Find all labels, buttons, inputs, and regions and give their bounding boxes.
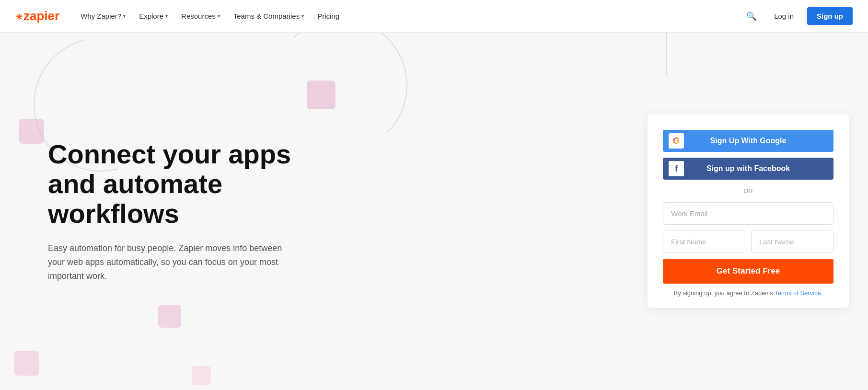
chevron-down-icon: ▾ — [165, 13, 168, 19]
or-line-right — [759, 191, 833, 191]
nav-item-explore[interactable]: Explore ▾ — [133, 8, 174, 24]
logo-asterisk: ✳ — [15, 12, 23, 22]
email-field[interactable] — [663, 202, 833, 225]
chevron-down-icon: ▾ — [301, 13, 304, 19]
navbar: ✳zapier Why Zapier? ▾ Explore ▾ Resource… — [0, 0, 868, 33]
nav-item-why-zapier[interactable]: Why Zapier? ▾ — [75, 8, 131, 24]
search-icon: 🔍 — [746, 11, 757, 21]
get-started-button[interactable]: Get Started Free — [663, 259, 833, 284]
chevron-down-icon: ▾ — [218, 13, 220, 19]
facebook-signup-button[interactable]: f Sign up with Facebook — [663, 158, 833, 180]
facebook-signup-label: Sign up with Facebook — [671, 164, 826, 173]
terms-link[interactable]: Terms of Service. — [775, 289, 822, 297]
or-line-left — [663, 191, 738, 191]
last-name-field[interactable] — [751, 230, 833, 253]
nav-signup-button[interactable]: Sign up — [807, 7, 853, 25]
nav-item-pricing[interactable]: Pricing — [312, 8, 345, 24]
login-label: Log in — [774, 12, 794, 20]
first-name-field[interactable] — [663, 230, 745, 253]
terms-link-label: Terms of Service. — [775, 289, 822, 297]
nav-label-resources: Resources — [181, 12, 216, 20]
facebook-icon: f — [675, 164, 678, 174]
google-icon: G — [673, 136, 680, 146]
nav-item-resources[interactable]: Resources ▾ — [175, 8, 226, 24]
main-content: Connect your apps and automate workflows… — [0, 33, 868, 390]
navbar-nav: Why Zapier? ▾ Explore ▾ Resources ▾ Team… — [75, 8, 742, 24]
hero-subtitle: Easy automation for busy people. Zapier … — [48, 241, 288, 283]
hero-title: Connect your apps and automate workflows — [48, 139, 326, 228]
nav-label-why-zapier: Why Zapier? — [81, 12, 121, 20]
terms-prefix: By signing up, you agree to Zapier's — [674, 289, 773, 297]
get-started-label: Get Started Free — [717, 266, 780, 275]
nav-item-teams[interactable]: Teams & Companies ▾ — [228, 8, 310, 24]
google-signup-button[interactable]: G Sign Up With Google — [663, 130, 833, 152]
logo[interactable]: ✳zapier — [15, 9, 59, 23]
hero-left: Connect your apps and automate workflows… — [0, 33, 638, 390]
or-divider: OR — [663, 187, 833, 195]
nav-label-teams: Teams & Companies — [233, 12, 300, 20]
or-text: OR — [743, 187, 753, 195]
facebook-icon-wrapper: f — [669, 161, 684, 176]
chevron-down-icon: ▾ — [123, 13, 126, 19]
hero-right: G Sign Up With Google f Sign up with Fac… — [638, 33, 868, 390]
name-row — [663, 230, 833, 253]
google-signup-label: Sign Up With Google — [671, 137, 826, 145]
terms-text: By signing up, you agree to Zapier's Ter… — [663, 289, 833, 297]
google-icon-wrapper: G — [669, 133, 684, 149]
logo-text: ✳zapier — [15, 9, 59, 23]
nav-label-explore: Explore — [139, 12, 163, 20]
navbar-right: 🔍 Log in Sign up — [742, 7, 853, 25]
nav-label-pricing: Pricing — [317, 12, 339, 20]
login-button[interactable]: Log in — [768, 8, 799, 24]
signup-card: G Sign Up With Google f Sign up with Fac… — [648, 115, 849, 308]
nav-signup-label: Sign up — [817, 12, 843, 20]
search-button[interactable]: 🔍 — [742, 7, 761, 25]
